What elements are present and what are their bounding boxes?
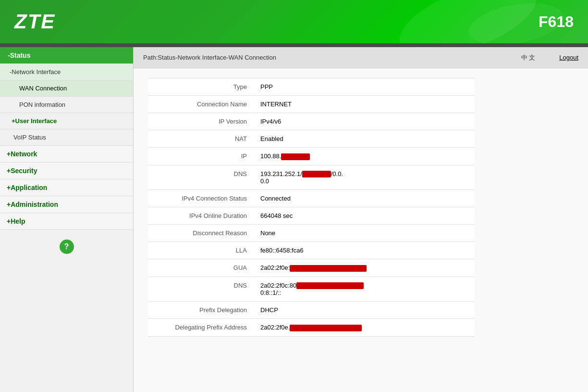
label-connection-name: Connection Name [148,96,254,113]
value-ip-version: IPv4/v6 [254,113,475,130]
label-ipv4-duration: IPv4 Online Duration [148,207,254,225]
label-gua: GUA [148,259,254,277]
value-disconnect: None [254,225,475,242]
nav-bar [0,43,588,47]
value-ip: 100.88. [254,148,475,165]
value-type: PPP [254,78,475,96]
page-header: ZTE F618 [0,0,588,43]
header-links: 中 文 Logout [521,53,578,62]
table-row: IP Version IPv4/v6 [148,113,475,130]
table-row: Type PPP [148,78,475,96]
sidebar-item-help[interactable]: +Help [0,213,133,230]
table-row: Disconnect Reason None [148,225,475,242]
label-ipv4-status: IPv4 Connection Status [148,190,254,207]
sidebar-item-network-interface[interactable]: -Network Interface [0,64,133,80]
table-row: Delegating Prefix Address 2a02:2f0e. [148,319,475,337]
model-number: F618 [539,13,574,31]
redacted-dns-v6 [296,282,364,289]
label-dns-v6: DNS [148,277,254,302]
label-delegating-prefix: Delegating Prefix Address [148,319,254,337]
label-disconnect: Disconnect Reason [148,225,254,242]
label-lla: LLA [148,242,254,259]
table-row: DNS 193.231.252.1/ /0.0.0.0 [148,165,475,190]
table-row: Prefix Delegation DHCP [148,302,475,319]
value-delegating-prefix: 2a02:2f0e. [254,319,475,337]
sidebar-item-voip-status[interactable]: VoIP Status [0,129,133,146]
logout-link[interactable]: Logout [559,54,578,61]
main-content: Path:Status-Network Interface-WAN Connec… [134,47,588,392]
value-prefix-delegation: DHCP [254,302,475,319]
label-ip: IP [148,148,254,165]
value-dns-v4: 193.231.252.1/ /0.0.0.0 [254,165,475,190]
sidebar-item-application[interactable]: +Application [0,179,133,196]
redacted-dns-v4 [302,171,331,177]
breadcrumb-path: Path:Status-Network Interface-WAN Connec… [143,54,276,61]
table-row: IPv4 Connection Status Connected [148,190,475,207]
zte-logo: ZTE [14,10,55,33]
value-ipv4-duration: 664048 sec [254,207,475,225]
label-ip-version: IP Version [148,113,254,130]
label-nat: NAT [148,130,254,148]
sidebar: -Status -Network Interface WAN Connectio… [0,47,134,392]
sidebar-item-pon-information[interactable]: PON information [0,97,133,113]
value-gua: 2a02:2f0e: [254,259,475,277]
table-row: NAT Enabled [148,130,475,148]
language-link[interactable]: 中 文 [521,53,536,62]
sidebar-item-network[interactable]: +Network [0,146,133,163]
info-table-wrap: Type PPP Connection Name INTERNET IP Ver… [134,68,588,346]
label-prefix-delegation: Prefix Delegation [148,302,254,319]
label-type: Type [148,78,254,96]
table-row: IPv4 Online Duration 664048 sec [148,207,475,225]
redacted-ip [281,153,310,160]
sidebar-item-wan-connection[interactable]: WAN Connection [0,80,133,97]
value-ipv4-status: Connected [254,190,475,207]
value-nat: Enabled [254,130,475,148]
sidebar-item-security[interactable]: +Security [0,163,133,179]
sidebar-item-user-interface[interactable]: +User Interface [0,113,133,129]
sidebar-item-administration[interactable]: +Administration [0,196,133,213]
table-row: LLA fe80::6458:fca6 [148,242,475,259]
help-button[interactable]: ? [60,240,74,254]
value-dns-v6: 2a02:2f0c:80 0:8::1/:: [254,277,475,302]
redacted-delegating-prefix [290,325,362,331]
table-row: GUA 2a02:2f0e: [148,259,475,277]
redacted-gua [290,265,367,272]
breadcrumb-bar: Path:Status-Network Interface-WAN Connec… [134,47,588,68]
label-dns-v4: DNS [148,165,254,190]
table-row: Connection Name INTERNET [148,96,475,113]
sidebar-item-status[interactable]: -Status [0,47,133,64]
wan-info-table: Type PPP Connection Name INTERNET IP Ver… [148,78,475,337]
value-connection-name: INTERNET [254,96,475,113]
value-lla: fe80::6458:fca6 [254,242,475,259]
table-row: DNS 2a02:2f0c:80 0:8::1/:: [148,277,475,302]
main-layout: -Status -Network Interface WAN Connectio… [0,47,588,392]
table-row: IP 100.88. [148,148,475,165]
